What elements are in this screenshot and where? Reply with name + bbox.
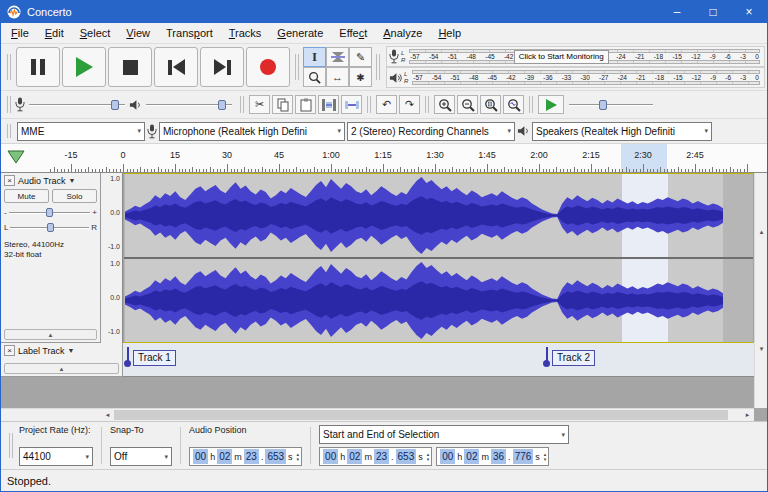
toolbar-grip[interactable] <box>7 124 11 138</box>
toolbar-grip[interactable] <box>295 54 299 79</box>
skip-to-start-button[interactable] <box>154 47 198 87</box>
time-digit-group[interactable]: 00 <box>193 449 208 464</box>
menu-file[interactable]: File <box>3 25 37 41</box>
toolbar-grip[interactable] <box>7 54 11 79</box>
timeline-pin-icon[interactable] <box>7 150 25 164</box>
toolbar-grip[interactable] <box>367 96 371 112</box>
horizontal-scroll-thumb[interactable] <box>114 410 728 420</box>
menu-help[interactable]: Help <box>430 25 469 41</box>
toolbar-grip[interactable] <box>240 96 244 112</box>
play-at-speed-button[interactable] <box>538 95 564 114</box>
redo-button[interactable]: ↷ <box>399 95 420 114</box>
playback-device-dropdown[interactable]: Speakers (Realtek High Definiti ▾ <box>532 122 712 141</box>
playback-volume-slider[interactable] <box>146 98 232 112</box>
solo-button[interactable]: Solo <box>52 189 97 203</box>
audio-position-display[interactable]: 00h02m23.653s▴▾ <box>189 447 302 466</box>
mute-button[interactable]: Mute <box>4 189 49 203</box>
audio-host-dropdown[interactable]: MME ▾ <box>17 122 145 141</box>
spinner-down-icon[interactable]: ▾ <box>427 457 430 462</box>
menu-transport[interactable]: Transport <box>158 25 221 41</box>
recording-volume-slider[interactable] <box>29 98 125 112</box>
time-digit-group[interactable]: 653 <box>396 449 417 464</box>
recording-channels-dropdown[interactable]: 2 (Stereo) Recording Channels ▾ <box>347 122 515 141</box>
collapse-track-button[interactable]: ▲ <box>4 329 97 340</box>
project-rate-dropdown[interactable]: 44100 ▾ <box>19 447 93 466</box>
close-track-button[interactable]: × <box>4 175 15 186</box>
time-digit-group[interactable]: 776 <box>513 449 534 464</box>
scroll-down-arrow[interactable]: ▾ <box>755 291 767 409</box>
scroll-up-arrow[interactable]: ▴ <box>755 173 767 291</box>
horizontal-scroll-track[interactable] <box>114 409 741 421</box>
cut-button[interactable]: ✂ <box>249 95 270 114</box>
time-digit-group[interactable]: 02 <box>217 449 232 464</box>
time-digit-group[interactable]: 36 <box>491 449 506 464</box>
selection-start-display[interactable]: 00h02m23.653s▴▾ <box>319 447 432 466</box>
label-area[interactable]: Track 1Track 2 <box>123 343 754 377</box>
time-digit-group[interactable]: 02 <box>464 449 479 464</box>
collapse-label-track-button[interactable]: ▲ <box>4 363 119 374</box>
skip-to-end-button[interactable] <box>200 47 244 87</box>
scroll-right-arrow[interactable]: ▸ <box>741 409 754 421</box>
track-menu-arrow-icon[interactable]: ▼ <box>69 177 76 184</box>
recording-device-dropdown[interactable]: Microphone (Realtek High Defini ▾ <box>159 122 345 141</box>
label-track-panel[interactable]: × Label Track ▼ ▲ <box>1 343 123 377</box>
record-button[interactable] <box>246 47 290 87</box>
menu-select[interactable]: Select <box>72 25 119 41</box>
label-flag[interactable]: Track 1 <box>129 347 176 366</box>
maximize-button[interactable]: □ <box>695 1 731 23</box>
snap-to-dropdown[interactable]: Off ▾ <box>110 447 172 466</box>
horizontal-scrollbar[interactable]: ◂ ▸ <box>101 408 754 421</box>
selection-mode-dropdown[interactable]: Start and End of Selection ▾ <box>319 425 569 444</box>
time-digit-group[interactable]: 23 <box>374 449 389 464</box>
multi-tool-button[interactable]: ✱ <box>349 67 372 87</box>
stop-button[interactable] <box>108 47 152 87</box>
time-digit-group[interactable]: 23 <box>244 449 259 464</box>
paste-button[interactable] <box>295 95 316 114</box>
menu-edit[interactable]: Edit <box>37 25 72 41</box>
time-spinner[interactable]: ▴▾ <box>544 452 547 462</box>
menu-generate[interactable]: Generate <box>269 25 331 41</box>
spinner-down-icon[interactable]: ▾ <box>544 457 547 462</box>
scroll-left-arrow[interactable]: ◂ <box>101 409 114 421</box>
time-digit-group[interactable]: 653 <box>265 449 286 464</box>
toolbar-grip[interactable] <box>425 96 429 112</box>
title-bar[interactable]: Concerto – □ × <box>1 1 767 23</box>
monitoring-hint[interactable]: Click to Start Monitoring <box>514 50 609 64</box>
toolbar-grip[interactable] <box>376 54 380 79</box>
zoom-out-button[interactable] <box>457 95 478 114</box>
label-text[interactable]: Track 2 <box>552 350 595 366</box>
copy-button[interactable] <box>272 95 293 114</box>
recording-meter[interactable]: LR -57-54-51-48-45-42-39-36-33-30-27-24-… <box>386 46 765 67</box>
zoom-in-button[interactable] <box>434 95 455 114</box>
zoom-tool-button[interactable] <box>303 67 326 87</box>
envelope-tool-button[interactable] <box>326 47 349 67</box>
fit-project-button[interactable] <box>503 95 524 114</box>
toolbar-grip[interactable] <box>529 96 533 112</box>
timeshift-tool-button[interactable]: ↔ <box>326 67 349 87</box>
label-track-title[interactable]: Label Track <box>18 346 65 356</box>
audio-track-title[interactable]: Audio Track <box>18 176 66 186</box>
menu-analyze[interactable]: Analyze <box>375 25 430 41</box>
pan-slider[interactable] <box>10 221 89 233</box>
fit-selection-button[interactable] <box>480 95 501 114</box>
gain-slider[interactable] <box>9 206 91 218</box>
audio-track-panel[interactable]: × Audio Track ▼ Mute Solo - + L R <box>1 173 101 343</box>
spinner-down-icon[interactable]: ▾ <box>297 457 300 462</box>
waveform-area[interactable] <box>123 173 754 343</box>
trim-audio-button[interactable] <box>318 95 339 114</box>
toolbar-grip[interactable] <box>7 96 11 112</box>
close-label-track-button[interactable]: × <box>4 345 15 356</box>
minimize-button[interactable]: – <box>659 1 695 23</box>
time-spinner[interactable]: ▴▾ <box>297 452 300 462</box>
play-speed-slider[interactable] <box>569 98 653 112</box>
time-spinner[interactable]: ▴▾ <box>427 452 430 462</box>
undo-button[interactable]: ↶ <box>376 95 397 114</box>
pause-button[interactable] <box>16 47 60 87</box>
vertical-scrollbar[interactable]: ▴ ▾ <box>754 173 767 408</box>
time-digit-group[interactable]: 00 <box>323 449 338 464</box>
playback-meter[interactable]: LR -57-54-51-48-45-42-39-36-33-30-27-24-… <box>386 67 765 88</box>
menu-tracks[interactable]: Tracks <box>221 25 270 41</box>
menu-view[interactable]: View <box>118 25 158 41</box>
menu-effect[interactable]: Effect <box>331 25 375 41</box>
selection-end-display[interactable]: 00h02m36.776s▴▾ <box>436 447 549 466</box>
